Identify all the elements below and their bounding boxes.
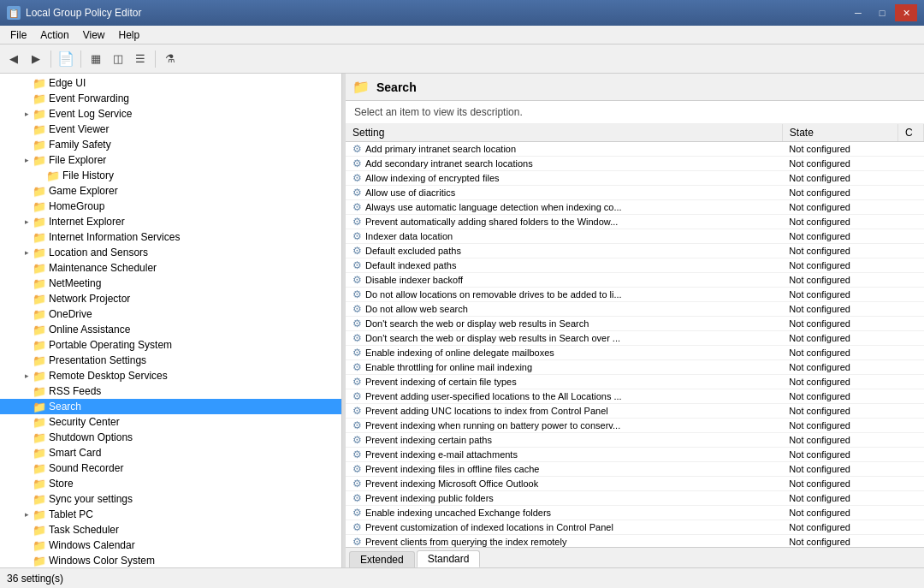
tree-item-shutdown-options[interactable]: 📁Shutdown Options <box>0 430 341 445</box>
table-row[interactable]: ⚙Enable throttling for online mail index… <box>346 360 924 375</box>
tree-item-task-scheduler[interactable]: 📁Task Scheduler <box>0 522 341 538</box>
tree-item-event-forwarding[interactable]: 📁Event Forwarding <box>0 91 341 106</box>
tree-item-remote-desktop[interactable]: ▸📁Remote Desktop Services <box>0 368 341 383</box>
table-row[interactable]: ⚙Do not allow locations on removable dri… <box>346 288 924 302</box>
menu-item-view[interactable]: View <box>76 27 112 43</box>
filter-button[interactable]: ⚗ <box>160 49 181 69</box>
tree-item-netmeeting[interactable]: 📁NetMeeting <box>0 276 341 291</box>
table-row[interactable]: ⚙Enable indexing uncached Exchange folde… <box>346 506 924 520</box>
table-row[interactable]: ⚙Prevent indexing files in offline files… <box>346 462 924 477</box>
col-state[interactable]: State <box>782 124 897 142</box>
tree-container[interactable]: 📁Edge UI📁Event Forwarding▸📁Event Log Ser… <box>0 74 341 567</box>
table-row[interactable]: ⚙Enable indexing of online delegate mail… <box>346 346 924 360</box>
tree-item-internet-explorer[interactable]: ▸📁Internet Explorer <box>0 214 341 229</box>
expand-btn-location-sensors[interactable]: ▸ <box>21 246 33 258</box>
restore-button[interactable]: □ <box>871 4 893 21</box>
table-row[interactable]: ⚙Don't search the web or display web res… <box>346 331 924 346</box>
tree-label-network-projector: Network Projector <box>49 293 130 305</box>
col-setting[interactable]: Setting <box>346 124 782 142</box>
tree-item-location-sensors[interactable]: ▸📁Location and Sensors <box>0 245 341 260</box>
setting-state: Not configured <box>782 215 897 229</box>
table-row[interactable]: ⚙Prevent indexing e-mail attachmentsNot … <box>346 448 924 462</box>
tree-item-homegroup[interactable]: 📁HomeGroup <box>0 199 341 214</box>
menu-item-help[interactable]: Help <box>112 27 147 43</box>
view-button[interactable]: ▦ <box>86 49 106 69</box>
expand-btn-internet-explorer[interactable]: ▸ <box>21 216 33 228</box>
table-row[interactable]: ⚙Disable indexer backoffNot configured <box>346 273 924 288</box>
setting-state: Not configured <box>782 433 897 448</box>
table-row[interactable]: ⚙Prevent clients from querying the index… <box>346 535 924 548</box>
tree-item-smart-card[interactable]: 📁Smart Card <box>0 445 341 460</box>
show-hide-button[interactable]: 📄 <box>56 49 76 69</box>
table-row[interactable]: ⚙Prevent adding UNC locations to index f… <box>346 404 924 419</box>
tab-extended[interactable]: Extended <box>349 551 415 567</box>
table-row[interactable]: ⚙Do not allow web searchNot configured <box>346 302 924 317</box>
table-row[interactable]: ⚙Prevent indexing certain pathsNot confi… <box>346 433 924 448</box>
bottom-tabs: ExtendedStandard <box>346 547 924 567</box>
menu-item-action[interactable]: Action <box>33 27 75 43</box>
close-button[interactable]: ✕ <box>895 4 917 21</box>
table-row[interactable]: ⚙Default indexed pathsNot configured <box>346 258 924 273</box>
table-row[interactable]: ⚙Add primary intranet search locationNot… <box>346 142 924 157</box>
tree-item-sync-settings[interactable]: 📁Sync your settings <box>0 491 341 507</box>
setting-name: ⚙Always use automatic language detection… <box>346 200 782 215</box>
tree-item-file-history[interactable]: 📁File History <box>0 168 341 183</box>
tree-item-family-safety[interactable]: 📁Family Safety <box>0 137 341 152</box>
view-button-3[interactable]: ☰ <box>130 49 151 69</box>
table-row[interactable]: ⚙Prevent customization of indexed locati… <box>346 520 924 535</box>
tree-item-file-explorer[interactable]: ▸📁File Explorer <box>0 152 341 168</box>
table-row[interactable]: ⚙Allow indexing of encrypted filesNot co… <box>346 171 924 186</box>
expand-btn-remote-desktop[interactable]: ▸ <box>21 370 33 382</box>
tree-item-network-projector[interactable]: 📁Network Projector <box>0 291 341 306</box>
tree-item-edge-ui[interactable]: 📁Edge UI <box>0 75 341 91</box>
tree-item-event-viewer[interactable]: 📁Event Viewer <box>0 122 341 137</box>
setting-name-text: Enable indexing of online delegate mailb… <box>365 347 554 358</box>
table-row[interactable]: ⚙Don't search the web or display web res… <box>346 317 924 331</box>
setting-icon: ⚙ <box>352 157 362 169</box>
table-row[interactable]: ⚙Always use automatic language detection… <box>346 200 924 215</box>
expand-btn-file-explorer[interactable]: ▸ <box>21 154 33 166</box>
expand-btn-tablet-pc[interactable]: ▸ <box>21 508 33 520</box>
tab-standard[interactable]: Standard <box>417 550 481 567</box>
table-row[interactable]: ⚙Prevent indexing Microsoft Office Outlo… <box>346 477 924 491</box>
tree-item-internet-info-services[interactable]: 📁Internet Information Services <box>0 229 341 245</box>
setting-name: ⚙Allow use of diacritics <box>346 186 782 200</box>
tree-item-event-log-service[interactable]: ▸📁Event Log Service <box>0 106 341 122</box>
col-c[interactable]: C <box>898 124 924 142</box>
view-button-2[interactable]: ◫ <box>108 49 128 69</box>
table-row[interactable]: ⚙Indexer data locationNot configured <box>346 229 924 244</box>
tree-item-online-assistance[interactable]: 📁Online Assistance <box>0 322 341 337</box>
table-row[interactable]: ⚙Add secondary intranet search locations… <box>346 157 924 171</box>
tree-label-presentation-settings: Presentation Settings <box>49 354 146 366</box>
tree-item-windows-color[interactable]: 📁Windows Color System <box>0 553 341 567</box>
tree-item-rss-feeds[interactable]: 📁RSS Feeds <box>0 383 341 399</box>
setting-icon: ⚙ <box>352 274 362 286</box>
menu-item-file[interactable]: File <box>3 27 33 43</box>
table-row[interactable]: ⚙Prevent indexing of certain file typesN… <box>346 375 924 389</box>
tree-item-tablet-pc[interactable]: ▸📁Tablet PC <box>0 507 341 522</box>
tree-item-search[interactable]: 📁Search <box>0 399 341 414</box>
setting-state: Not configured <box>782 244 897 258</box>
tree-item-onedrive[interactable]: 📁OneDrive <box>0 306 341 322</box>
minimize-button[interactable]: ─ <box>847 4 869 21</box>
tree-item-store[interactable]: 📁Store <box>0 476 341 491</box>
tree-item-game-explorer[interactable]: 📁Game Explorer <box>0 183 341 199</box>
tree-item-portable-os[interactable]: 📁Portable Operating System <box>0 337 341 353</box>
expand-btn-event-log-service[interactable]: ▸ <box>21 108 33 120</box>
setting-name: ⚙Prevent adding UNC locations to index f… <box>346 404 782 419</box>
forward-button[interactable]: ▶ <box>26 49 46 69</box>
table-row[interactable]: ⚙Prevent indexing public foldersNot conf… <box>346 491 924 506</box>
table-row[interactable]: ⚙Prevent indexing when running on batter… <box>346 419 924 433</box>
table-row[interactable]: ⚙Allow use of diacriticsNot configured <box>346 186 924 200</box>
table-row[interactable]: ⚙Prevent adding user-specified locations… <box>346 389 924 404</box>
table-row[interactable]: ⚙Default excluded pathsNot configured <box>346 244 924 258</box>
tree-item-sound-recorder[interactable]: 📁Sound Recorder <box>0 460 341 476</box>
tree-item-maintenance-scheduler[interactable]: 📁Maintenance Scheduler <box>0 260 341 276</box>
tree-item-windows-calendar[interactable]: 📁Windows Calendar <box>0 538 341 553</box>
table-row[interactable]: ⚙Prevent automatically adding shared fol… <box>346 215 924 229</box>
tree-item-presentation-settings[interactable]: 📁Presentation Settings <box>0 353 341 368</box>
tree-item-security-center[interactable]: 📁Security Center <box>0 414 341 430</box>
back-button[interactable]: ◀ <box>3 49 24 69</box>
settings-table-container[interactable]: Setting State C ⚙Add primary intranet se… <box>346 124 924 547</box>
setting-name: ⚙Indexer data location <box>346 229 782 244</box>
